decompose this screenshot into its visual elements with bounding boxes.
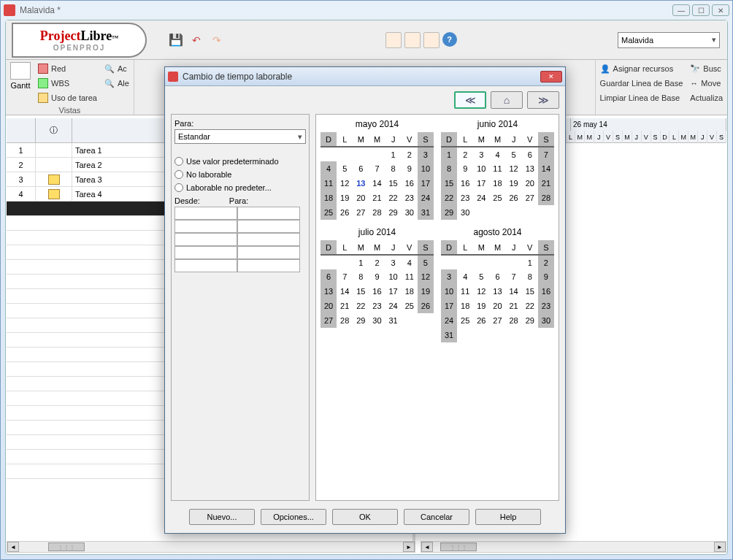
calendar-day[interactable]: 29	[353, 313, 369, 328]
calendar-day[interactable]: 16	[538, 284, 554, 299]
calendar-day[interactable]: 30	[457, 205, 473, 220]
calendar-day[interactable]: 4	[321, 161, 337, 176]
col-header-info[interactable]: ⓘ	[36, 118, 72, 142]
calendar-day[interactable]: 8	[385, 161, 402, 176]
calendar-day[interactable]: 25	[489, 191, 505, 205]
buscar-button[interactable]: 🔭Busc	[690, 62, 723, 75]
calendar-day[interactable]: 10	[441, 284, 457, 299]
calendar-day[interactable]: 19	[506, 176, 522, 191]
calendar-day[interactable]: 22	[385, 191, 402, 205]
calendar-day[interactable]: 10	[418, 161, 434, 176]
calendar-day[interactable]: 25	[402, 299, 418, 313]
calendar-day[interactable]: 3	[473, 147, 489, 161]
calendar-day[interactable]: 19	[473, 299, 489, 313]
calendar-day[interactable]: 9	[538, 269, 554, 284]
calendar-day[interactable]: 15	[441, 176, 457, 191]
calendar-day[interactable]: 5	[337, 161, 353, 176]
calendar-day[interactable]: 20	[321, 299, 337, 313]
calendar-day[interactable]: 2	[369, 255, 385, 269]
calendar-day[interactable]: 25	[321, 205, 337, 220]
dialog-titlebar[interactable]: Cambio de tiempo laborable ✕	[165, 67, 565, 86]
calendar-day[interactable]: 4	[457, 269, 473, 284]
calendar-day[interactable]: 18	[457, 299, 473, 313]
ok-button[interactable]: OK	[332, 509, 398, 525]
calendar-day[interactable]: 10	[385, 269, 402, 284]
calendar-day[interactable]: 13	[522, 161, 538, 176]
calendar-day[interactable]: 1	[353, 255, 369, 269]
calendar-day[interactable]: 27	[321, 313, 337, 328]
calendar-day[interactable]: 10	[473, 161, 489, 176]
calendar-day[interactable]: 23	[402, 191, 418, 205]
calendar-day[interactable]: 20	[522, 176, 538, 191]
toolbar-icon-3[interactable]	[423, 32, 440, 48]
asignar-recursos-button[interactable]: 👤Asignar recursos	[600, 62, 683, 75]
calendar-day[interactable]: 30	[402, 205, 418, 220]
calendar-day[interactable]: 29	[441, 205, 457, 220]
calendar-day[interactable]: 21	[369, 191, 385, 205]
calendar-day[interactable]: 27	[489, 313, 505, 328]
cancelar-button[interactable]: Cancelar	[404, 509, 469, 525]
calendar-day[interactable]: 21	[337, 299, 353, 313]
para-input-3[interactable]	[237, 233, 300, 246]
calendar-day[interactable]: 29	[385, 205, 402, 220]
calendar-day[interactable]: 28	[538, 191, 554, 205]
save-button[interactable]: 💾	[169, 33, 183, 47]
nuevo-button[interactable]: Nuevo...	[189, 509, 255, 525]
desde-input-5[interactable]	[174, 259, 237, 272]
close-window-button[interactable]: ✕	[712, 4, 729, 16]
calendar-day[interactable]: 6	[353, 161, 369, 176]
para-input-5[interactable]	[237, 259, 300, 272]
calendar-day[interactable]: 25	[457, 313, 473, 328]
calendar-day[interactable]: 16	[457, 176, 473, 191]
opciones-button[interactable]: Opciones...	[261, 509, 326, 525]
calendar-day[interactable]: 24	[418, 191, 434, 205]
uso-tarea-button[interactable]: Uso de tarea	[38, 91, 97, 104]
calendar-day[interactable]: 15	[353, 284, 369, 299]
calendar-day[interactable]: 11	[402, 269, 418, 284]
nav-prev-button[interactable]: ≪	[454, 91, 486, 109]
calendar-day[interactable]: 12	[418, 269, 434, 284]
calendar-day[interactable]: 19	[337, 191, 353, 205]
guardar-linea-button[interactable]: Guardar Linea de Base	[600, 77, 683, 90]
calendar-day[interactable]: 28	[369, 205, 385, 220]
calendar-day[interactable]: 26	[506, 191, 522, 205]
calendar-day[interactable]: 17	[473, 176, 489, 191]
nav-home-button[interactable]: ⌂	[491, 91, 523, 109]
calendar-day[interactable]: 8	[522, 269, 538, 284]
radio-nonworking[interactable]: No laborable	[174, 170, 306, 179]
toolbar-icon-2[interactable]	[404, 32, 421, 48]
calendar-day[interactable]: 9	[402, 161, 418, 176]
calendar-day[interactable]: 22	[441, 191, 457, 205]
calendar-day[interactable]: 28	[506, 313, 522, 328]
calendar-day[interactable]: 21	[506, 299, 522, 313]
calendar-day[interactable]: 9	[369, 269, 385, 284]
calendar-day[interactable]: 18	[321, 191, 337, 205]
calendar-day[interactable]: 23	[538, 299, 554, 313]
calendar-day[interactable]: 27	[353, 205, 369, 220]
calendar-day[interactable]: 15	[385, 176, 402, 191]
calendar-day[interactable]: 4	[402, 255, 418, 269]
calendar-day[interactable]: 30	[369, 313, 385, 328]
calendar-day[interactable]: 16	[369, 284, 385, 299]
para-input-1[interactable]	[237, 207, 300, 220]
calendar-day[interactable]: 18	[402, 284, 418, 299]
calendar-day[interactable]: 12	[473, 284, 489, 299]
calendar-day[interactable]: 4	[489, 147, 505, 161]
dialog-close-button[interactable]: ✕	[540, 71, 562, 83]
para-input-2[interactable]	[237, 220, 300, 233]
calendar-day[interactable]: 17	[385, 284, 402, 299]
calendar-day[interactable]: 15	[522, 284, 538, 299]
calendar-day[interactable]: 16	[402, 176, 418, 191]
calendar-day[interactable]: 29	[522, 313, 538, 328]
calendar-day[interactable]: 3	[441, 269, 457, 284]
calendar-day[interactable]: 11	[321, 176, 337, 191]
help-icon[interactable]: ?	[442, 32, 457, 47]
para-combo[interactable]: Estandar	[174, 129, 306, 144]
wbs-view-button[interactable]: WBS	[38, 77, 97, 90]
calendar-day[interactable]: 8	[353, 269, 369, 284]
calendar-day[interactable]: 12	[337, 176, 353, 191]
col-header-num[interactable]	[7, 118, 36, 142]
calendar-day[interactable]: 18	[489, 176, 505, 191]
undo-button[interactable]: ↶	[189, 33, 204, 47]
calendar-day[interactable]: 11	[489, 161, 505, 176]
